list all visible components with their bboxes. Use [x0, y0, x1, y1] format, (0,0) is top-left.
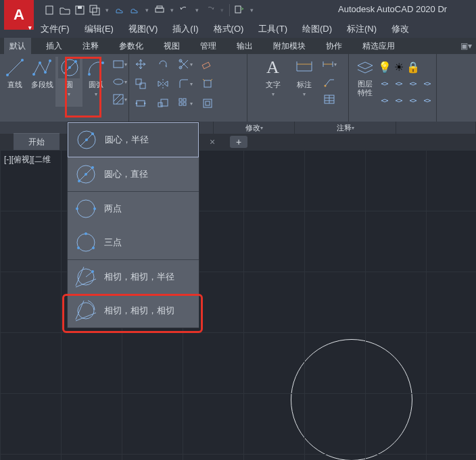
trim-icon[interactable]: ▾: [178, 57, 193, 72]
chevron-down-icon[interactable]: ▾: [219, 7, 225, 14]
erase-icon[interactable]: [200, 57, 215, 72]
tab-annotate[interactable]: 注释: [77, 38, 104, 55]
menu-modify[interactable]: 修改: [391, 23, 409, 35]
table-icon[interactable]: [322, 92, 337, 107]
tab-output[interactable]: 输出: [231, 38, 258, 55]
tab-collab[interactable]: 协作: [320, 38, 348, 55]
layer-freeze-icon[interactable]: ☀: [391, 59, 406, 74]
array-icon[interactable]: ▾: [178, 96, 193, 111]
linear-dim-icon[interactable]: ▾: [322, 57, 337, 72]
tab-featured[interactable]: 精选应用: [357, 38, 400, 55]
text-button[interactable]: A 文字 ▾: [260, 57, 287, 107]
menu-edit[interactable]: 编辑(E): [85, 23, 114, 35]
svg-point-58: [91, 132, 94, 135]
circle-two-point[interactable]: 两点: [68, 192, 199, 226]
redo-icon[interactable]: [204, 5, 215, 16]
leader-icon[interactable]: [322, 74, 337, 89]
circle-ttr[interactable]: 相切，相切，半径: [68, 260, 199, 294]
rotate-icon[interactable]: [156, 57, 170, 72]
layer-icon[interactable]: [406, 93, 421, 108]
circle-center-radius[interactable]: 圆心，半径: [68, 122, 199, 157]
save-icon[interactable]: [74, 5, 85, 16]
menu-file[interactable]: 文件(F): [41, 23, 70, 35]
saveas-icon[interactable]: [89, 5, 100, 16]
layer-icon[interactable]: [377, 76, 392, 91]
option-label: 两点: [104, 203, 122, 215]
circle-ttt[interactable]: 相切，相切，相切: [68, 294, 199, 328]
ribbon-tabs: 默认 插入 注释 参数化 视图 管理 输出 附加模块 协作 精选应用 ▣▾: [0, 38, 476, 54]
svg-rect-28: [202, 62, 210, 69]
svg-point-69: [77, 247, 80, 249]
svg-rect-23: [114, 95, 123, 104]
menu-tools[interactable]: 工具(T): [258, 23, 287, 35]
new-icon[interactable]: [45, 5, 55, 16]
cloud-open-icon[interactable]: [114, 5, 125, 16]
add-tab-button[interactable]: +: [230, 136, 247, 148]
chevron-down-icon[interactable]: ▾: [104, 7, 110, 14]
tab-manage[interactable]: 管理: [195, 38, 222, 55]
layer-icon[interactable]: [420, 93, 435, 108]
mirror-icon[interactable]: [156, 76, 170, 91]
tab-addins[interactable]: 附加模块: [268, 38, 311, 55]
chevron-down-icon[interactable]: ▾: [249, 7, 255, 14]
polyline-button[interactable]: 多段线: [28, 57, 55, 107]
dim-button[interactable]: 标注 ▾: [291, 57, 318, 107]
stretch-icon[interactable]: [133, 96, 148, 111]
app-logo[interactable]: A▾: [4, 0, 34, 30]
option-label: 圆心，直径: [104, 168, 148, 180]
svg-rect-7: [235, 6, 241, 13]
arc-button[interactable]: 圆弧 ▾: [82, 57, 110, 107]
explode-icon[interactable]: [200, 76, 215, 91]
layer-icon[interactable]: [406, 76, 421, 91]
copy-icon[interactable]: [133, 76, 148, 91]
chevron-down-icon[interactable]: ▾: [194, 7, 200, 14]
tab-parametric[interactable]: 参数化: [114, 38, 149, 55]
offset-icon[interactable]: [200, 96, 215, 111]
tab-insert[interactable]: 插入: [41, 38, 68, 55]
circle-three-point[interactable]: 三点: [68, 226, 199, 259]
chevron-down-icon[interactable]: ▾: [169, 7, 175, 14]
close-icon[interactable]: ×: [210, 136, 215, 147]
circle-center-diameter[interactable]: 圆心，直径: [68, 157, 199, 191]
svg-point-50: [324, 85, 326, 87]
svg-point-64: [77, 200, 95, 218]
modify-title[interactable]: 修改: [245, 123, 260, 133]
chevron-down-icon[interactable]: ▾: [144, 7, 150, 14]
undo-icon[interactable]: [179, 5, 190, 16]
layer-lock-icon[interactable]: 🔒: [406, 59, 421, 74]
viewport-label[interactable]: [-][俯视][二维: [4, 154, 51, 165]
layer-icon[interactable]: [391, 93, 406, 108]
menu-insert[interactable]: 插入(I): [172, 23, 198, 35]
option-label: 圆心，半径: [105, 134, 149, 146]
svg-line-25: [116, 97, 123, 104]
share-icon[interactable]: [234, 5, 245, 16]
tab-default[interactable]: 默认: [4, 38, 31, 55]
menu-dim[interactable]: 标注(N): [347, 23, 377, 35]
menu-draw[interactable]: 绘图(D): [302, 23, 332, 35]
tab-start[interactable]: 开始: [14, 133, 60, 151]
dim-label: 标注: [297, 80, 312, 90]
scale-icon[interactable]: [156, 96, 170, 111]
fillet-icon[interactable]: ▾: [178, 76, 193, 91]
cloud-save-icon[interactable]: [129, 5, 140, 16]
svg-rect-21: [114, 61, 123, 68]
ellipse-icon[interactable]: ▾: [112, 74, 127, 89]
print-icon[interactable]: [154, 5, 165, 16]
tab-view[interactable]: 视图: [158, 38, 185, 55]
hatch-icon[interactable]: ▾: [112, 92, 127, 107]
layer-match-icon[interactable]: [377, 93, 392, 108]
layer-properties-button[interactable]: 图层 特性: [353, 57, 377, 97]
move-icon[interactable]: [133, 57, 148, 72]
line-button[interactable]: 直线: [1, 57, 28, 107]
rect-icon[interactable]: ▾: [112, 57, 127, 72]
open-icon[interactable]: [60, 5, 70, 16]
menu-format[interactable]: 格式(O): [214, 23, 244, 35]
layer-icon[interactable]: [420, 76, 435, 91]
layer-icon[interactable]: [391, 76, 406, 91]
layer-on-icon[interactable]: 💡: [377, 59, 392, 74]
ribbon-options-icon[interactable]: ▣▾: [460, 41, 472, 51]
svg-rect-0: [46, 6, 53, 14]
menu-view[interactable]: 视图(V): [128, 23, 158, 35]
annot-title[interactable]: 注释: [337, 123, 352, 133]
circle-button[interactable]: 圆 ▾: [55, 57, 82, 107]
